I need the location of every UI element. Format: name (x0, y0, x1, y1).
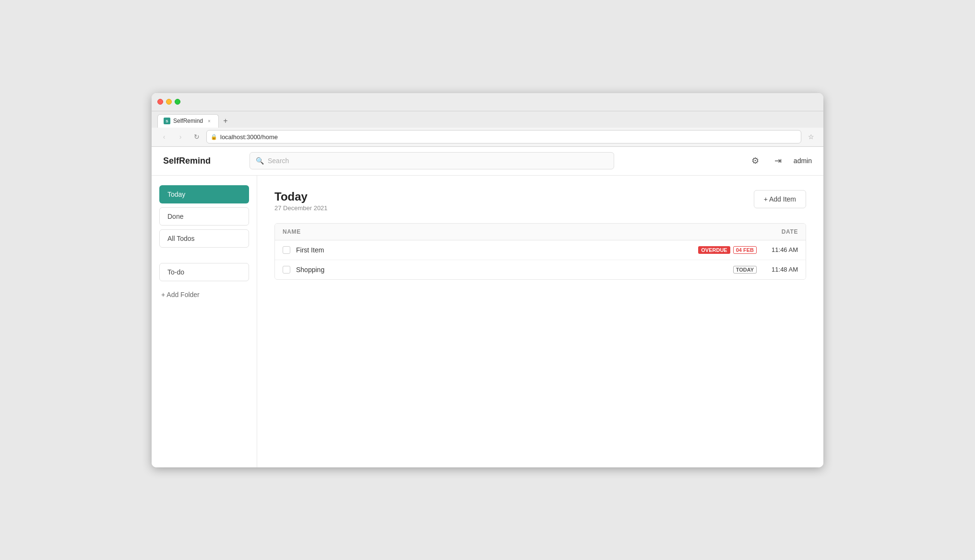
col-date-header: DATE (782, 228, 798, 235)
overdue-badge-1: OVERDUE (698, 246, 730, 254)
maximize-button[interactable] (175, 99, 180, 105)
todo-meta-2: TODAY 11:48 AM (733, 266, 798, 274)
content-area: Today 27 December 2021 + Add Item NAME D… (257, 176, 823, 467)
add-item-button[interactable]: + Add Item (754, 190, 806, 208)
back-button[interactable]: ‹ (157, 130, 171, 143)
app-logo: SelfRemind (163, 156, 240, 166)
username-label: admin (794, 157, 812, 165)
sidebar-item-todo[interactable]: To-do (159, 263, 249, 281)
search-icon: 🔍 (256, 157, 264, 165)
tab-close-button[interactable]: × (206, 118, 213, 125)
sidebar: Today Done All Todos To-do + Add Folder (152, 176, 257, 467)
sidebar-item-done[interactable]: Done (159, 207, 249, 226)
todo-checkbox-1[interactable] (283, 246, 290, 254)
url-text: localhost:3000/home (220, 133, 278, 141)
sidebar-item-label: To-do (167, 268, 184, 276)
sidebar-item-label: All Todos (167, 235, 195, 242)
todo-time-2: 11:48 AM (760, 266, 798, 273)
todo-meta-1: OVERDUE 04 FEB 11:46 AM (698, 246, 798, 254)
page-subtitle: 27 December 2021 (274, 204, 328, 212)
today-badge-2: TODAY (733, 266, 757, 274)
app-content: SelfRemind 🔍 ⚙ ⇥ admin Today (152, 147, 823, 467)
lock-icon: 🔒 (211, 134, 217, 140)
minimize-button[interactable] (166, 99, 172, 105)
forward-button[interactable]: › (174, 130, 187, 143)
sidebar-item-label: Today (167, 191, 185, 198)
date-badge-1: 04 FEB (733, 246, 757, 254)
table-header: NAME DATE (275, 224, 806, 240)
sidebar-item-label: Done (167, 213, 183, 220)
add-folder-label: + Add Folder (161, 291, 200, 298)
address-bar[interactable]: 🔒 localhost:3000/home (206, 130, 801, 143)
app-header: SelfRemind 🔍 ⚙ ⇥ admin (152, 147, 823, 176)
new-tab-button[interactable]: + (219, 114, 232, 128)
tab-label: SelfRemind (173, 118, 203, 124)
active-tab[interactable]: S SelfRemind × (157, 114, 219, 128)
table-row: Shopping TODAY 11:48 AM (275, 260, 806, 279)
nav-bar: ‹ › ↻ 🔒 localhost:3000/home ☆ (152, 128, 823, 147)
main-layout: Today Done All Todos To-do + Add Folder (152, 176, 823, 467)
todo-name-2: Shopping (296, 266, 733, 274)
search-input[interactable] (268, 157, 608, 165)
todo-name-1: First Item (296, 246, 698, 254)
tab-favicon: S (164, 118, 170, 124)
bookmark-button[interactable]: ☆ (804, 130, 818, 143)
close-button[interactable] (157, 99, 163, 105)
reload-button[interactable]: ↻ (190, 130, 203, 143)
page-title: Today (274, 190, 328, 203)
todo-table: NAME DATE First Item OVERDUE 04 FEB 11:4… (274, 223, 806, 280)
sidebar-item-all-todos[interactable]: All Todos (159, 229, 249, 248)
todo-checkbox-2[interactable] (283, 266, 290, 274)
tab-bar: S SelfRemind × + (152, 111, 823, 128)
logout-icon: ⇥ (774, 155, 782, 166)
page-title-group: Today 27 December 2021 (274, 190, 328, 212)
gear-icon: ⚙ (751, 155, 759, 166)
add-item-label: + Add Item (764, 195, 796, 203)
search-bar[interactable]: 🔍 (250, 152, 614, 169)
col-name-header: NAME (283, 228, 782, 235)
settings-button[interactable]: ⚙ (748, 153, 763, 168)
content-header: Today 27 December 2021 + Add Item (274, 190, 806, 212)
traffic-lights (157, 99, 180, 105)
titlebar (152, 93, 823, 111)
sidebar-item-today[interactable]: Today (159, 185, 249, 203)
header-actions: ⚙ ⇥ admin (748, 153, 812, 168)
add-folder-button[interactable]: + Add Folder (159, 287, 249, 302)
table-row: First Item OVERDUE 04 FEB 11:46 AM (275, 240, 806, 260)
todo-time-1: 11:46 AM (760, 246, 798, 253)
logout-button[interactable]: ⇥ (771, 153, 786, 168)
